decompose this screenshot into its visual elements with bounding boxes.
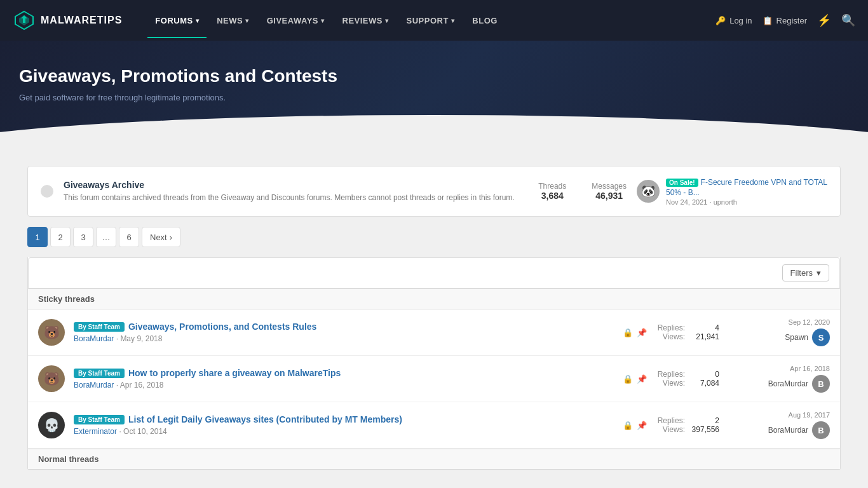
views-stat: Views: 7,084 — [663, 379, 719, 388]
avatar: 🐻 — [38, 365, 65, 392]
nav-giveaways[interactable]: GIVEAWAYS ▾ — [259, 11, 332, 30]
page-6[interactable]: 6 — [119, 227, 139, 247]
pin-icon: 📌 — [637, 421, 647, 430]
main-content: Giveaways Archive This forum contains ar… — [15, 153, 853, 483]
pin-icon: 📌 — [637, 374, 647, 384]
thread-last: Sep 12, 2020 Spawn S — [728, 318, 830, 346]
pin-icon: 📌 — [637, 328, 647, 337]
thread-icons: 🔒 📌 — [623, 421, 647, 430]
archive-latest-meta: Nov 24, 2021 · upnorth — [666, 198, 827, 206]
archive-icon — [41, 185, 53, 198]
page-2[interactable]: 2 — [50, 227, 71, 247]
messages-stat: Messages 46,931 — [592, 182, 627, 201]
lock-icon: 🔒 — [623, 328, 633, 337]
filters-button[interactable]: Filters ▾ — [782, 264, 829, 281]
chevron-right-icon: › — [170, 233, 172, 242]
thread-row: 🐻 By Staff Team How to properly share a … — [28, 356, 840, 402]
nav-blog[interactable]: BLOG — [465, 11, 505, 30]
nav-right: 🔑 Log in 📋 Register ⚡ 🔍 — [715, 13, 855, 27]
threads-stat: Threads 3,684 — [538, 182, 566, 201]
sticky-threads-header: Sticky threads — [28, 288, 840, 309]
last-user-row: BoraMurdar B — [768, 375, 830, 393]
archive-title[interactable]: Giveaways Archive — [64, 180, 528, 190]
archive-card: Giveaways Archive This forum contains ar… — [27, 166, 841, 217]
thread-meta: Exterminator · Oct 10, 2014 — [74, 427, 614, 436]
thread-meta: BoraMurdar · May 9, 2018 — [74, 334, 614, 343]
page-1[interactable]: 1 — [27, 227, 48, 247]
archive-desc: This forum contains archived threads fro… — [64, 193, 528, 203]
thread-list: Filters ▾ Sticky threads 🐻 By Staff Team… — [27, 257, 841, 470]
thread-meta: BoraMurdar · Apr 16, 2018 — [74, 381, 614, 390]
chevron-down-icon: ▾ — [321, 17, 325, 24]
page-3[interactable]: 3 — [73, 227, 93, 247]
chevron-down-icon: ▾ — [196, 17, 200, 24]
thread-icons: 🔒 📌 — [623, 328, 647, 337]
thread-stats: Replies: 0 Views: 7,084 — [656, 370, 719, 388]
avatar: 🐻 — [38, 319, 65, 346]
main-nav: FORUMS ▾ NEWS ▾ GIVEAWAYS ▾ REVIEWS ▾ SU… — [147, 11, 715, 30]
nav-support[interactable]: SUPPORT ▾ — [398, 11, 462, 30]
thread-tags: By Staff Team How to properly share a gi… — [74, 368, 614, 378]
thread-title[interactable]: Giveaways, Promotions, and Contests Rule… — [128, 322, 316, 332]
avatar: 💀 — [38, 412, 65, 438]
thread-row: 🐻 By Staff Team Giveaways, Promotions, a… — [28, 309, 840, 356]
logo[interactable]: MALWARETIPS — [13, 9, 122, 32]
thread-main: By Staff Team How to properly share a gi… — [74, 368, 614, 390]
staff-tag: By Staff Team — [74, 415, 125, 424]
staff-tag: By Staff Team — [74, 322, 125, 332]
replies-stat: Replies: 4 — [658, 323, 719, 332]
last-user-row: BoraMurdar B — [768, 421, 830, 439]
page-next-button[interactable]: Next › — [142, 227, 180, 247]
hero-section: Giveaways, Promotions and Contests Get p… — [0, 41, 868, 153]
login-button[interactable]: 🔑 Log in — [715, 16, 752, 25]
nav-news[interactable]: NEWS ▾ — [209, 11, 257, 30]
site-header: MALWARETIPS FORUMS ▾ NEWS ▾ GIVEAWAYS ▾ … — [0, 0, 868, 41]
thread-row: 💀 By Staff Team List of Legit Daily Give… — [28, 402, 840, 449]
logo-text: MALWARETIPS — [41, 15, 122, 26]
views-stat: Views: 21,941 — [663, 332, 719, 341]
thread-author[interactable]: BoraMurdar — [74, 381, 114, 390]
archive-stats: Threads 3,684 Messages 46,931 — [538, 182, 627, 201]
key-icon: 🔑 — [715, 16, 726, 25]
nav-reviews[interactable]: REVIEWS ▾ — [335, 11, 397, 30]
thread-tags: By Staff Team Giveaways, Promotions, and… — [74, 322, 614, 332]
register-button[interactable]: 📋 Register — [763, 16, 807, 25]
chevron-down-icon: ▾ — [245, 17, 249, 24]
thread-main: By Staff Team List of Legit Daily Giveaw… — [74, 414, 614, 436]
thread-tags: By Staff Team List of Legit Daily Giveaw… — [74, 414, 614, 424]
thread-author[interactable]: Exterminator — [74, 427, 117, 436]
thread-main: By Staff Team Giveaways, Promotions, and… — [74, 322, 614, 343]
search-icon[interactable]: 🔍 — [841, 13, 855, 27]
archive-latest-title[interactable]: On Sale!F-Secure Freedome VPN and TOTAL … — [666, 177, 827, 197]
archive-info: Giveaways Archive This forum contains ar… — [64, 180, 528, 203]
replies-stat: Replies: 2 — [658, 416, 719, 425]
last-user-avatar[interactable]: S — [812, 329, 830, 346]
page-ellipsis: … — [96, 227, 116, 247]
thread-title[interactable]: How to properly share a giveaway on Malw… — [128, 368, 341, 378]
page-subtitle: Get paid software for free through legit… — [19, 93, 849, 102]
thread-stats: Replies: 4 Views: 21,941 — [656, 323, 719, 341]
last-user-avatar[interactable]: B — [812, 375, 830, 393]
page-title: Giveaways, Promotions and Contests — [19, 66, 849, 86]
lightning-icon[interactable]: ⚡ — [817, 13, 831, 27]
thread-icons: 🔒 📌 — [623, 374, 647, 384]
views-stat: Views: 397,556 — [663, 425, 719, 434]
chevron-down-icon: ▾ — [385, 17, 389, 24]
chevron-down-icon: ▾ — [451, 17, 455, 24]
archive-latest-avatar: 🐼 — [637, 180, 660, 203]
logo-icon — [13, 9, 36, 32]
lock-icon: 🔒 — [623, 421, 633, 430]
normal-threads-header: Normal threads — [28, 449, 840, 470]
lock-icon: 🔒 — [623, 374, 633, 384]
thread-last: Aug 19, 2017 BoraMurdar B — [728, 411, 830, 439]
thread-author[interactable]: BoraMurdar — [74, 334, 114, 343]
thread-title[interactable]: List of Legit Daily Giveaways sites (Con… — [128, 414, 402, 424]
staff-tag: By Staff Team — [74, 369, 125, 378]
notebook-icon: 📋 — [763, 16, 773, 25]
filters-bar: Filters ▾ — [28, 257, 840, 288]
last-user-row: Spawn S — [785, 329, 830, 346]
last-user-avatar[interactable]: B — [812, 421, 830, 439]
archive-latest-info: On Sale!F-Secure Freedome VPN and TOTAL … — [666, 177, 827, 206]
thread-stats: Replies: 2 Views: 397,556 — [656, 416, 719, 434]
nav-forums[interactable]: FORUMS ▾ — [147, 11, 207, 30]
